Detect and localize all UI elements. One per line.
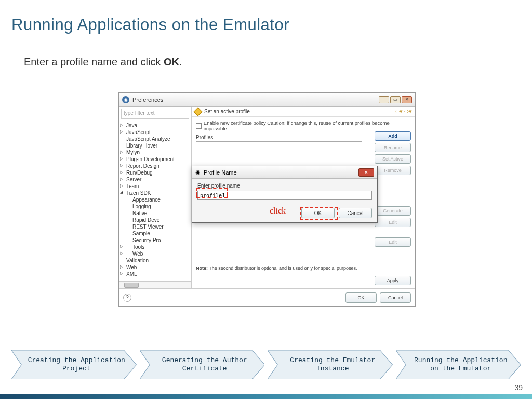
apply-button[interactable]: Apply xyxy=(375,276,411,285)
preferences-tree[interactable]: Java JavaScript JavaScript Analyze Libra… xyxy=(119,121,191,281)
footer-gradient xyxy=(0,394,532,399)
step-label: Running the Application on the Emulator xyxy=(410,356,512,373)
pn-titlebar: ◉ Profile Name ✕ xyxy=(192,166,377,179)
hscrollbar[interactable] xyxy=(119,281,191,288)
nav-icons[interactable]: ⇦▾ ⇨▾ xyxy=(395,108,412,115)
tree-item[interactable]: Rapid Deve xyxy=(119,217,191,223)
warning-icon xyxy=(194,107,203,116)
subtitle-pre: Enter a profile name and click xyxy=(24,56,164,68)
tree-item[interactable]: XML xyxy=(119,271,191,277)
pn-cancel-button[interactable]: Cancel xyxy=(339,208,372,218)
tree-item[interactable]: Native xyxy=(119,210,191,217)
process-row: Creating the Application Project Generat… xyxy=(11,350,521,379)
tree-item[interactable]: Web xyxy=(119,264,191,271)
tree-item[interactable]: Appearance xyxy=(119,196,191,203)
pref-title: Preferences xyxy=(132,97,163,103)
tree-item[interactable]: Run/Debug xyxy=(119,169,191,176)
step-1: Creating the Application Project xyxy=(11,350,137,379)
tree-item[interactable]: Team xyxy=(119,183,191,190)
tree-item[interactable]: Tools xyxy=(119,244,191,250)
tree-item[interactable]: Server xyxy=(119,176,191,183)
pref-ok-button[interactable]: OK xyxy=(345,292,377,303)
page-number: 39 xyxy=(514,383,523,392)
subtitle-post: . xyxy=(179,56,182,68)
tree-item[interactable]: Report Design xyxy=(119,163,191,169)
step-label: Creating the Application Project xyxy=(26,356,127,373)
warn-bar: Set an active profile ⇦▾ ⇨▾ xyxy=(192,107,415,117)
pref-cancel-button[interactable]: Cancel xyxy=(380,292,411,303)
note-text: The second distributor is optional and i… xyxy=(208,265,357,271)
subtitle-bold: OK xyxy=(164,56,179,68)
remove-button[interactable]: Remove xyxy=(375,166,411,175)
maximize-icon[interactable]: ▭ xyxy=(390,96,401,103)
note-row: Note: The second distributor is optional… xyxy=(196,262,411,271)
pn-label: Enter profile name xyxy=(197,183,372,189)
filter-input[interactable]: type filter text xyxy=(121,109,189,119)
pn-ok-button[interactable]: OK xyxy=(301,208,335,218)
tree-item[interactable]: Java xyxy=(119,122,191,129)
preferences-window: ◉ Preferences — ▭ ✕ type filter text Jav… xyxy=(118,92,416,307)
edit-button[interactable]: Edit xyxy=(375,218,411,227)
tree-item[interactable]: JavaScript Analyze xyxy=(119,136,191,142)
tree-item[interactable]: Logging xyxy=(119,203,191,210)
tree-item[interactable]: Plug-in Development xyxy=(119,156,191,163)
click-annotation: click xyxy=(270,206,286,216)
tree-item[interactable]: Library Hover xyxy=(119,142,191,149)
tree-item[interactable]: Mylyn xyxy=(119,149,191,156)
step-label: Generating the Author Certificate xyxy=(154,356,256,373)
pn-title-text: Profile Name xyxy=(204,169,237,176)
close-icon[interactable]: ✕ xyxy=(358,168,374,177)
add-button[interactable]: Add xyxy=(375,131,411,141)
policy-label: Enable new certificate policy Caution! i… xyxy=(204,120,411,131)
subtitle: Enter a profile name and click OK. xyxy=(24,56,182,68)
generate-button[interactable]: Generate xyxy=(375,206,411,216)
pref-titlebar: ◉ Preferences — ▭ ✕ xyxy=(119,93,415,107)
step-2: Generating the Author Certificate xyxy=(140,350,265,379)
page-title: Running Applications on the Emulator xyxy=(11,16,289,34)
help-icon[interactable]: ? xyxy=(123,294,131,302)
step-3: Creating the Emulator Instance xyxy=(268,350,393,379)
tree-item[interactable]: Tizen SDK xyxy=(119,190,191,196)
bottom-bar: ? OK Cancel xyxy=(119,288,415,306)
tree-panel: type filter text Java JavaScript JavaScr… xyxy=(119,107,192,288)
tizen-icon: ◉ xyxy=(122,96,129,103)
tree-item[interactable]: Validation xyxy=(119,257,191,264)
policy-checkbox-row[interactable]: Enable new certificate policy Caution! i… xyxy=(196,120,411,131)
warn-text: Set an active profile xyxy=(204,109,250,114)
checkbox-icon[interactable] xyxy=(196,123,202,129)
close-icon[interactable]: ✕ xyxy=(402,96,412,103)
rename-button[interactable]: Rename xyxy=(375,143,411,152)
set-active-button[interactable]: Set Active xyxy=(375,154,411,164)
tizen-icon: ◉ xyxy=(195,169,201,176)
minimize-icon[interactable]: — xyxy=(379,96,389,103)
step-label: Creating the Emulator Instance xyxy=(282,356,383,373)
tree-item[interactable]: JavaScript xyxy=(119,129,191,136)
window-controls: — ▭ ✕ xyxy=(379,96,412,103)
tree-item[interactable]: Security Pro xyxy=(119,237,191,244)
tree-item[interactable]: Sample xyxy=(119,230,191,237)
profile-name-input[interactable] xyxy=(197,191,372,200)
note-label: Note: xyxy=(196,265,208,271)
step-4: Running the Application on the Emulator xyxy=(396,350,521,379)
tree-item[interactable]: Web xyxy=(119,250,191,257)
tree-item[interactable]: REST Viewer xyxy=(119,223,191,230)
edit2-button[interactable]: Edit xyxy=(375,237,411,247)
